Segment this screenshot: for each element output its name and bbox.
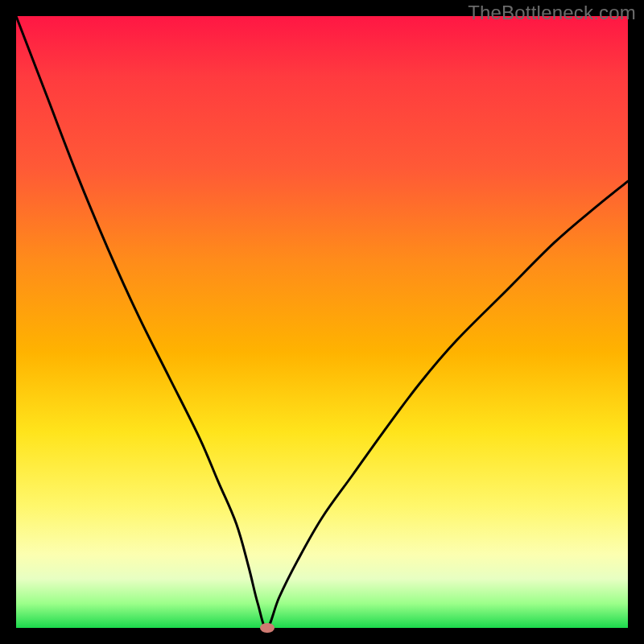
bottleneck-curve [16, 16, 628, 628]
chart-frame: TheBottleneck.com [0, 0, 644, 644]
minimum-marker [260, 623, 275, 633]
watermark-text: TheBottleneck.com [468, 2, 636, 24]
plot-area [16, 16, 628, 628]
